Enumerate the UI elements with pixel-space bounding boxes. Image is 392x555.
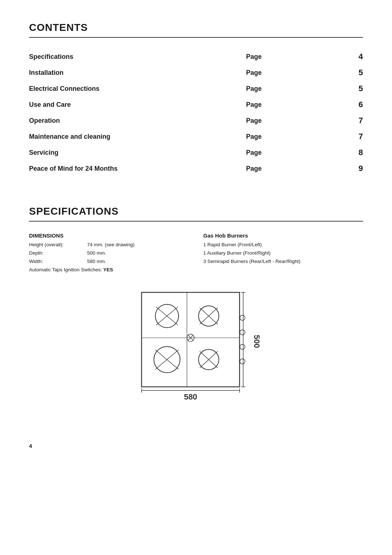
hob-diagram: 580 500 <box>131 289 261 414</box>
contents-item-label: Specifications <box>29 49 246 65</box>
contents-item-label: Use and Care <box>29 97 246 113</box>
contents-row: Installation Page 5 <box>29 65 363 81</box>
contents-page-word: Page <box>246 49 313 65</box>
contents-page-word: Page <box>246 145 313 161</box>
contents-page-num: 7 <box>313 129 363 145</box>
contents-table: Specifications Page 4 Installation Page … <box>29 49 363 177</box>
dim-row: Height (overall):74 mm. (see drawing) <box>29 241 135 249</box>
contents-item-label: Installation <box>29 65 246 81</box>
dim-value: 74 mm. (see drawing) <box>87 241 135 249</box>
contents-item-label: Maintenance and cleaning <box>29 129 246 145</box>
specifications-section: SPECIFICATIONS DIMENSIONS Height (overal… <box>29 206 363 414</box>
dim-value: 500 mm. <box>87 249 135 258</box>
contents-item-label: Electrical Connections <box>29 81 246 97</box>
dim-key: Width: <box>29 258 87 266</box>
gas-hob-item: 1 Auxiliary Burner (Front/Right) <box>203 249 363 258</box>
svg-point-11 <box>240 344 245 349</box>
svg-point-9 <box>240 315 245 320</box>
gas-hob-item: 1 Rapid Burner (Front/Left) <box>203 241 363 249</box>
contents-page-num: 9 <box>313 161 363 177</box>
contents-page-word: Page <box>246 129 313 145</box>
contents-row: Specifications Page 4 <box>29 49 363 65</box>
contents-title: CONTENTS <box>29 22 363 38</box>
contents-page-word: Page <box>246 113 313 129</box>
specs-title: SPECIFICATIONS <box>29 206 363 222</box>
dimensions-detail: Height (overall):74 mm. (see drawing)Dep… <box>29 241 189 274</box>
dimensions-column: DIMENSIONS Height (overall):74 mm. (see … <box>29 232 189 274</box>
dimensions-heading: DIMENSIONS <box>29 232 189 239</box>
contents-row: Operation Page 7 <box>29 113 363 129</box>
contents-page-num: 4 <box>313 49 363 65</box>
contents-item-label: Operation <box>29 113 246 129</box>
specs-content: DIMENSIONS Height (overall):74 mm. (see … <box>29 232 363 274</box>
contents-page-word: Page <box>246 97 313 113</box>
svg-text:500: 500 <box>252 335 261 348</box>
dim-row: Width:580 mm. <box>29 258 135 266</box>
svg-text:580: 580 <box>184 392 197 401</box>
contents-page-num: 6 <box>313 97 363 113</box>
contents-row: Electrical Connections Page 5 <box>29 81 363 97</box>
contents-row: Servicing Page 8 <box>29 145 363 161</box>
dim-key: Height (overall): <box>29 241 87 249</box>
hob-diagram-wrapper: 580 500 <box>29 289 363 414</box>
contents-item-label: Servicing <box>29 145 246 161</box>
contents-item-label: Peace of Mind for 24 Months <box>29 161 246 177</box>
contents-page-word: Page <box>246 65 313 81</box>
svg-point-10 <box>240 330 245 335</box>
contents-row: Peace of Mind for 24 Months Page 9 <box>29 161 363 177</box>
contents-page-num: 7 <box>313 113 363 129</box>
contents-page-word: Page <box>246 161 313 177</box>
gas-hob-column: Gas Hob Burners 1 Rapid Burner (Front/Le… <box>203 232 363 274</box>
gas-hob-heading: Gas Hob Burners <box>203 232 363 239</box>
contents-row: Use and Care Page 6 <box>29 97 363 113</box>
gas-hob-detail: 1 Rapid Burner (Front/Left)1 Auxiliary B… <box>203 241 363 266</box>
auto-taps-value: YES <box>103 267 113 272</box>
svg-rect-0 <box>142 292 240 387</box>
svg-point-12 <box>240 359 245 364</box>
dim-key: Depth: <box>29 249 87 258</box>
gas-hob-item: 3 Semirapid Burners (Rear/Left - Rear/Ri… <box>203 258 363 266</box>
contents-page-num: 8 <box>313 145 363 161</box>
auto-taps-line: Automatic Taps Ignition Switches: YES <box>29 266 189 274</box>
contents-page-num: 5 <box>313 81 363 97</box>
contents-row: Maintenance and cleaning Page 7 <box>29 129 363 145</box>
page-number: 4 <box>29 443 363 449</box>
dim-row: Depth:500 mm. <box>29 249 135 258</box>
contents-page-word: Page <box>246 81 313 97</box>
contents-page-num: 5 <box>313 65 363 81</box>
hob-diagram-svg: 580 500 <box>131 289 261 412</box>
contents-section: CONTENTS Specifications Page 4 Installat… <box>29 22 363 177</box>
dim-value: 580 mm. <box>87 258 135 266</box>
